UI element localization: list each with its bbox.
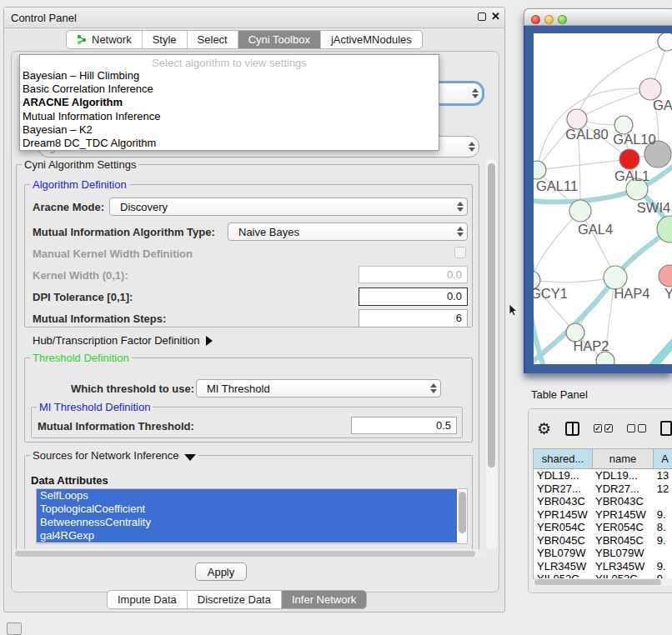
node-label: GAL1 — [614, 168, 649, 183]
node-label: GCY1 — [534, 286, 568, 301]
column-header-partial[interactable]: A — [654, 449, 672, 468]
control-panel-window: Control Panel ✕ Network Style Select Cyn… — [3, 7, 505, 612]
mi-steps-field[interactable]: 6 — [359, 309, 468, 328]
manual-kernel-label: Manual Kernel Width Definition — [33, 248, 193, 260]
restore-panel-icon[interactable] — [7, 622, 22, 635]
network-node-labels: GAL80 GAL10 GAL1 GAL11 SWI4 GAL4 GCY1 HA… — [534, 98, 672, 353]
attribute-item-selected[interactable]: BetweennessCentrality — [37, 516, 457, 529]
tab-discretize-data[interactable]: Discretize Data — [188, 591, 282, 608]
column-header-name[interactable]: name — [593, 449, 654, 468]
column-header-shared-name[interactable]: shared... — [534, 449, 593, 468]
node-label: GAL10 — [613, 132, 655, 147]
table-row[interactable]: YBL079WYBL079W — [534, 547, 672, 560]
dpi-tolerance-field[interactable]: 0.0 — [359, 288, 468, 306]
columns-icon[interactable] — [565, 422, 579, 436]
table-row[interactable]: YBR045CYBR045C9. — [534, 534, 672, 548]
expander-collapsed-icon — [206, 336, 213, 346]
new-table-icon[interactable] — [660, 421, 672, 436]
mi-steps-label: Mutual Information Steps: — [33, 312, 166, 325]
close-window-icon[interactable] — [531, 15, 540, 24]
tab-jactivemnodules[interactable]: jActiveMNodules — [321, 31, 422, 48]
node-unlabeled — [658, 33, 672, 51]
gear-icon[interactable]: ⚙ — [537, 421, 551, 437]
node-gal11 — [534, 161, 546, 179]
tab-impute-data[interactable]: Impute Data — [108, 591, 188, 608]
settings-horizontal-scrollbar[interactable] — [13, 549, 488, 558]
which-threshold-label: Which threshold to use: — [71, 382, 194, 395]
cyni-mode-tabbar: Impute Data Discretize Data Infer Networ… — [107, 590, 367, 609]
algorithm-option-selected[interactable]: ARACNE Algorithm — [20, 96, 439, 109]
sources-title[interactable]: Sources for Network Inference — [30, 449, 198, 462]
node-label: GAL11 — [536, 178, 578, 193]
attribute-item-selected[interactable]: TopologicalCoefficient — [37, 502, 457, 516]
table-toolbar: ⚙ ✓✓ — [537, 419, 672, 438]
network-view-window: GAL80 GAL10 GAL1 GAL11 SWI4 GAL4 GCY1 HA… — [524, 8, 672, 373]
aracne-mode-label: Aracne Mode: — [33, 201, 104, 213]
network-canvas[interactable]: GAL80 GAL10 GAL1 GAL11 SWI4 GAL4 GCY1 HA… — [534, 33, 672, 364]
settings-vertical-scrollbar[interactable] — [486, 159, 497, 549]
aracne-mode-combobox[interactable]: Discovery — [109, 198, 468, 216]
table-panel-title: Table Panel — [531, 388, 588, 401]
algorithm-option[interactable]: Bayesian – Hill Climbing — [20, 69, 439, 82]
data-attributes-list: SelfLoops TopologicalCoefficient Between… — [36, 488, 468, 544]
combo-stepper-icon — [454, 202, 467, 212]
attribute-list-scrollbar[interactable] — [457, 489, 467, 542]
hub-definition-expander[interactable]: Hub/Transcription Factor Definition — [33, 334, 213, 347]
zoom-window-icon[interactable] — [558, 15, 567, 24]
threshold-definition-title: Threshold Definition — [30, 352, 132, 364]
node-gal4 — [569, 200, 591, 222]
table-row[interactable]: YBR043CYBR043C — [534, 495, 672, 508]
node-label: GAL80 — [565, 127, 608, 142]
node-label: Y — [664, 286, 672, 301]
tab-infer-network[interactable]: Infer Network — [282, 591, 366, 608]
apply-button[interactable]: Apply — [195, 562, 247, 581]
table-row[interactable]: YDL19...YDL19...13 — [534, 469, 672, 482]
table-row[interactable]: YDR27...YDR27...12 — [534, 482, 672, 496]
which-threshold-combobox[interactable]: MI Threshold — [196, 379, 441, 398]
mi-threshold-field[interactable]: 0.5 — [351, 417, 457, 434]
network-graph-icon — [77, 34, 88, 45]
algorithm-dropdown-placeholder: Select algorithm to view settings — [20, 55, 439, 69]
minimize-window-icon[interactable] — [544, 15, 554, 24]
deselect-all-checkboxes-icon[interactable] — [627, 424, 646, 432]
tab-select[interactable]: Select — [188, 31, 238, 48]
algorithm-option[interactable]: Basic Correlation Inference — [20, 82, 439, 96]
table-row[interactable]: YPR145WYPR145W9. — [534, 508, 672, 522]
algorithm-definition-title: Algorithm Definition — [30, 178, 129, 191]
mi-type-label: Mutual Information Algorithm Type: — [33, 226, 215, 238]
network-view-frame: GAL80 GAL10 GAL1 GAL11 SWI4 GAL4 GCY1 HA… — [524, 26, 672, 373]
attribute-item-selected[interactable]: SelfLoops — [37, 489, 457, 502]
table-horizontal-scrollbar[interactable] — [533, 578, 672, 586]
control-panel-titlebar[interactable]: Control Panel ✕ — [4, 8, 504, 28]
kernel-width-field[interactable]: 0.0 — [359, 266, 468, 283]
combo-stepper-icon — [454, 227, 467, 237]
node-label: GAL — [653, 98, 672, 112]
mouse-cursor — [509, 303, 519, 317]
network-edge-bright-cyan — [639, 318, 672, 364]
attribute-item-selected[interactable]: gal4RGexp — [37, 529, 457, 542]
table-panel: ⚙ ✓✓ shared... name A YDL19...YDL19...13… — [528, 408, 672, 593]
control-panel-title: Control Panel — [11, 12, 77, 24]
table-row[interactable]: YER054CYER054C8. — [534, 521, 672, 534]
combo-stepper-icon — [469, 88, 482, 98]
mi-type-combobox[interactable]: Naive Bayes — [228, 222, 468, 241]
tab-style[interactable]: Style — [143, 31, 188, 48]
settings-group-title: Cyni Algorithm Settings — [22, 158, 138, 171]
combo-stepper-icon — [465, 142, 479, 152]
tab-network[interactable]: Network — [67, 31, 143, 48]
manual-kernel-checkbox[interactable] — [454, 247, 466, 258]
table-header-row: shared... name A — [534, 449, 672, 469]
node-mint-bottom — [596, 352, 614, 364]
algorithm-option[interactable]: Mutual Information Inference — [20, 110, 439, 123]
algorithm-dropdown-list: Select algorithm to view settings Bayesi… — [19, 54, 439, 151]
float-panel-icon[interactable] — [478, 12, 486, 21]
node-label: GAL4 — [578, 222, 613, 237]
tab-cyni-toolbox[interactable]: Cyni Toolbox — [238, 31, 321, 48]
algorithm-option[interactable]: Bayesian – K2 — [20, 123, 439, 137]
algorithm-option[interactable]: Dream8 DC_TDC Algorithm — [20, 137, 439, 150]
network-window-titlebar[interactable] — [524, 8, 672, 26]
mi-threshold-label: Mutual Information Threshold: — [38, 420, 194, 432]
select-all-checkboxes-icon[interactable]: ✓✓ — [594, 424, 613, 432]
table-row[interactable]: YLR345WYLR345W9. — [534, 560, 672, 573]
close-panel-icon[interactable]: ✕ — [491, 10, 500, 22]
